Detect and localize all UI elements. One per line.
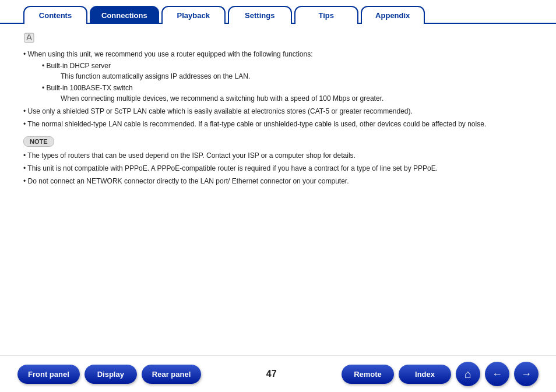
sub-list-router: Built-in DHCP server This function autom… <box>30 61 533 104</box>
bottom-right-buttons: Remote Index ⌂ ← → <box>342 362 539 386</box>
note-item-2: This unit is not compatible with PPPoE. … <box>23 163 533 174</box>
back-icon: ← <box>492 368 502 380</box>
note-item-1: The types of routers that can be used de… <box>23 150 533 161</box>
forward-icon: → <box>521 368 532 380</box>
bottom-navigation: Front panel Display Rear panel 47 Remote… <box>0 355 556 392</box>
list-item-cable: Use only a shielded STP or ScTP LAN cabl… <box>23 106 533 116</box>
sub-item-dhcp-desc: This function automatically assigns IP a… <box>49 71 533 82</box>
sub-item-dhcp: Built-in DHCP server This function autom… <box>42 61 533 82</box>
home-button[interactable]: ⌂ <box>456 362 480 386</box>
tab-appendix[interactable]: Appendix <box>361 6 425 24</box>
note-list: The types of routers that can be used de… <box>23 150 533 186</box>
tab-connections[interactable]: Connections <box>90 6 159 24</box>
bottom-left-buttons: Front panel Display Rear panel <box>17 365 201 384</box>
top-navigation: Contents Connections Playback Settings T… <box>0 0 556 24</box>
home-icon: ⌂ <box>464 368 471 381</box>
list-item-router: When using this unit, we recommend you u… <box>23 49 533 104</box>
forward-button[interactable]: → <box>514 362 539 386</box>
note-badge: NOTE <box>23 136 54 147</box>
tab-tips[interactable]: Tips <box>294 6 358 24</box>
index-button[interactable]: Index <box>399 365 451 384</box>
remote-button[interactable]: Remote <box>342 365 394 384</box>
back-button[interactable]: ← <box>485 362 509 386</box>
main-list: When using this unit, we recommend you u… <box>23 49 533 129</box>
display-button[interactable]: Display <box>85 365 137 384</box>
pencil-icon <box>23 32 533 49</box>
tab-contents[interactable]: Contents <box>23 6 87 24</box>
main-content: When using this unit, we recommend you u… <box>0 24 556 355</box>
note-item-3: Do not connect an NETWORK connector dire… <box>23 176 533 186</box>
sub-item-100base: Built-in 100BASE-TX switch When connecti… <box>42 83 533 104</box>
list-item-shielded: The normal shielded-type LAN cable is re… <box>23 119 533 129</box>
page-number: 47 <box>266 369 277 379</box>
tab-settings[interactable]: Settings <box>228 6 292 24</box>
sub-item-100base-desc: When connecting multiple devices, we rec… <box>49 93 533 104</box>
front-panel-button[interactable]: Front panel <box>17 365 80 384</box>
tab-playback[interactable]: Playback <box>161 6 226 24</box>
rear-panel-button[interactable]: Rear panel <box>142 365 201 384</box>
